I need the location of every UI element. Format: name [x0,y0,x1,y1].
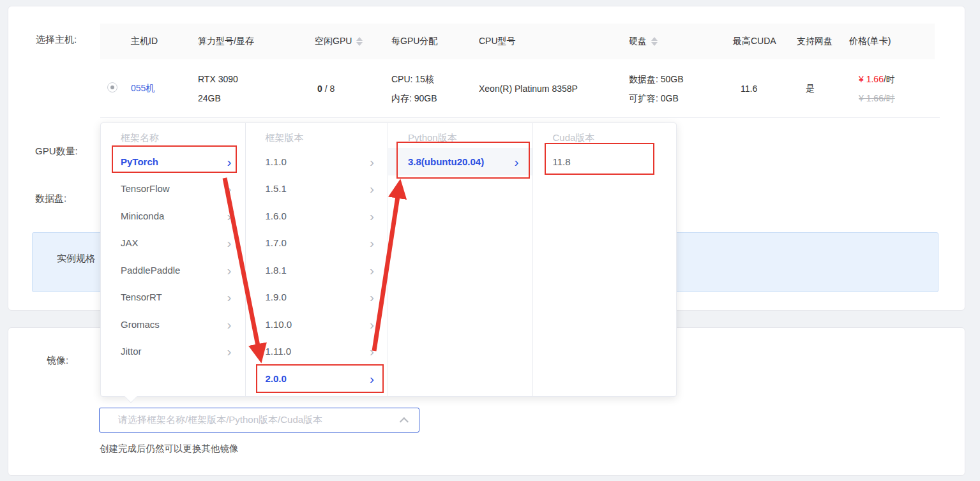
chevron-right-icon [370,263,374,277]
chevron-right-icon [370,344,374,358]
cascader-item-jax[interactable]: JAX [101,230,245,257]
cascader-column-title: Python版本 [388,132,532,148]
cascader-item-v2-0-0[interactable]: 2.0.0 [246,365,388,392]
chevron-right-icon [227,263,232,277]
instance-spec-label: 实例规格 [57,253,95,263]
sort-icon[interactable] [356,37,363,46]
per-gpu-cell: CPU: 15核 内存: 90GB [391,70,479,108]
cascader-column-cuda-version: Cuda版本 11.8 [533,123,677,396]
cascader-item-jittor[interactable]: Jittor [101,338,245,366]
cascader-item-tensorflow[interactable]: TensorFlow [101,175,245,203]
chevron-right-icon [227,236,232,249]
chevron-right-icon [370,155,374,168]
col-header-gpu-model: 算力型号/显存 [198,36,315,47]
chevron-right-icon [227,209,232,223]
col-header-cpu-model: CPU型号 [479,36,629,47]
col-header-per-gpu: 每GPU分配 [391,36,479,47]
chevron-right-icon [370,318,374,331]
cascader-column-title: Cuda版本 [533,132,677,148]
netdisk-cell: 是 [797,83,849,94]
image-label: 镜像: [47,355,68,367]
cascader-column-framework-version: 框架版本 1.1.0 1.5.1 1.6.0 1.7.0 1.8.1 1.9.0… [246,123,389,396]
cascader-item-cuda-11-8[interactable]: 11.8 [533,148,677,175]
cascader-item-paddlepaddle[interactable]: PaddlePaddle [101,256,245,284]
max-cuda-cell: 11.6 [733,84,797,94]
chevron-right-icon [370,182,374,195]
image-change-hint: 创建完成后仍然可以更换其他镜像 [100,443,239,455]
free-gpu-cell: 0 / 8 [315,84,391,94]
chevron-right-icon [370,372,374,385]
cascader-column-python-version: Python版本 3.8(ubuntu20.04) [388,123,533,396]
disk-cell: 数据盘: 50GB 可扩容: 0GB [629,70,733,108]
chevron-right-icon [515,155,519,168]
col-header-netdisk: 支持网盘 [797,36,849,47]
cascader-column-title: 框架名称 [101,132,245,148]
cascader-item-v1-5-1[interactable]: 1.5.1 [246,175,388,203]
cascader-column-title: 框架版本 [246,132,388,148]
cascader-item-v1-7-0[interactable]: 1.7.0 [246,230,388,257]
price-cell: ¥ 1.66/时 ¥ 1.66/时 [849,70,935,108]
gpu-model-cell: RTX 3090 24GB [198,70,315,108]
cascader-item-tensorrt[interactable]: TensorRT [101,284,245,311]
cascader-item-miniconda[interactable]: Miniconda [101,202,245,230]
chevron-right-icon [370,236,374,249]
chevron-right-icon [227,318,232,331]
cascader-item-v1-6-0[interactable]: 1.6.0 [246,202,388,230]
cascader-item-v1-8-1[interactable]: 1.8.1 [246,256,388,284]
chevron-right-icon [227,155,232,168]
host-id-link[interactable]: 055机 [131,83,198,94]
data-disk-label: 数据盘: [35,193,66,205]
cascader-panel: 框架名称 PyTorch TensorFlow Miniconda JAX Pa… [100,122,677,397]
cpu-model-cell: Xeon(R) Platinum 8358P [479,84,629,94]
col-header-disk[interactable]: 硬盘 [629,36,733,47]
cascader-item-gromacs[interactable]: Gromacs [101,311,245,338]
chevron-right-icon [370,209,374,223]
chevron-right-icon [227,290,232,304]
cascader-item-v1-1-0[interactable]: 1.1.0 [246,148,388,175]
cascader-item-pytorch[interactable]: PyTorch [101,148,245,175]
chevron-right-icon [227,344,232,358]
col-header-price: 价格(单卡) [849,36,935,47]
col-header-max-cuda: 最高CUDA [733,36,797,47]
host-table-header: 主机ID 算力型号/显存 空闲GPU 每GPU分配 CPU型号 硬盘 最高CUD… [100,24,935,59]
cascader-column-framework: 框架名称 PyTorch TensorFlow Miniconda JAX Pa… [101,123,246,396]
cascader-item-v1-10-0[interactable]: 1.10.0 [246,311,388,338]
host-table-row[interactable]: 055机 RTX 3090 24GB 0 / 8 CPU: 15核 内存: 90… [100,59,940,118]
col-header-free-gpu[interactable]: 空闲GPU [315,36,391,47]
gpu-count-label: GPU数量: [35,145,78,158]
chevron-right-icon [370,290,374,304]
cascader-item-python-3-8[interactable]: 3.8(ubuntu20.04) [388,148,532,175]
col-header-host-id: 主机ID [131,36,198,47]
host-select-label: 选择主机: [36,34,77,46]
sort-icon[interactable] [651,37,658,46]
host-radio-selected[interactable] [107,82,117,93]
host-table: 主机ID 算力型号/显存 空闲GPU 每GPU分配 CPU型号 硬盘 最高CUD… [100,24,940,118]
image-cascader-select[interactable]: 请选择框架名称/框架版本/Python版本/Cuda版本 [99,408,419,433]
cascader-item-v1-9-0[interactable]: 1.9.0 [246,284,388,311]
chevron-right-icon [227,182,232,195]
select-placeholder: 请选择框架名称/框架版本/Python版本/Cuda版本 [118,414,402,426]
cascader-item-v1-11-0[interactable]: 1.11.0 [246,338,388,366]
